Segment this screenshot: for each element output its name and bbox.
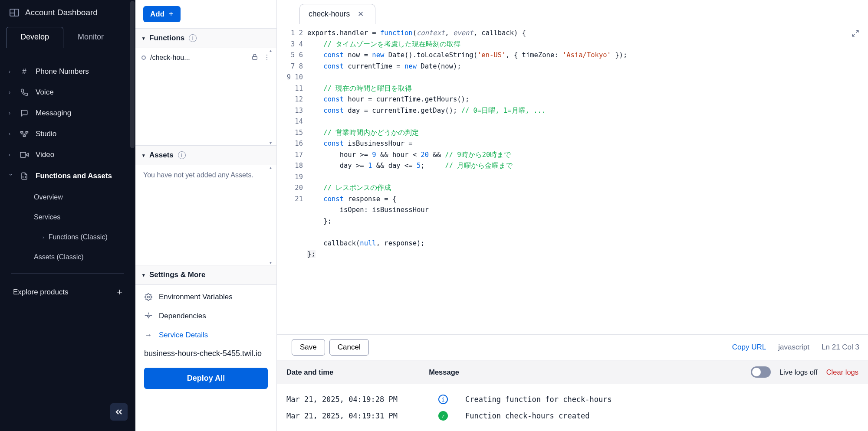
code-editor[interactable]: 1 2 3 4 5 6 7 8 9 10 11 12 13 14 15 16 1… [277,24,868,334]
nav-functions-assets[interactable]: › Functions and Assets [3,165,133,187]
env-variables-link[interactable]: Environment Variables [135,287,276,307]
chevron-right-icon: › [9,131,13,137]
nav-overview[interactable]: Overview [3,187,133,207]
line-gutter: 1 2 3 4 5 6 7 8 9 10 11 12 13 14 15 16 1… [286,25,307,334]
editor-tab-bar: check-hours ✕ [277,0,868,24]
video-icon [19,152,30,158]
sidebar: Account Dashboard Develop Monitor › # Ph… [0,0,135,431]
svg-line-9 [852,34,855,36]
gear-icon [144,312,153,320]
svg-rect-2 [23,135,26,137]
explore-products[interactable]: Explore products + [3,280,133,305]
log-message: Function check-hours created [465,411,590,420]
scrollbar[interactable]: ▴▾ [270,48,275,145]
function-item[interactable]: /check-hou... ⋮ [135,48,276,67]
hash-icon: # [19,67,30,76]
collapse-sidebar-button[interactable] [110,403,128,421]
assets-section-header[interactable]: ▾ Assets i [135,145,276,165]
log-time: Mar 21, 2025, 04:19:31 PM [286,411,421,420]
chevron-right-icon: › [43,235,44,240]
log-time: Mar 21, 2025, 04:19:28 PM [286,395,421,404]
info-icon: i [438,395,448,404]
dashboard-icon [10,9,19,16]
nav-studio[interactable]: › Studio [3,124,133,144]
cancel-button[interactable]: Cancel [329,339,369,356]
log-row: Mar 21, 2025, 04:19:31 PM ✓ Function che… [286,408,858,424]
logs-body: Mar 21, 2025, 04:19:28 PM i Creating fun… [277,384,868,431]
nav-services[interactable]: Services [3,207,133,227]
assets-empty-text: You have not yet added any Assets. [143,171,253,179]
service-details-link[interactable]: → Service Details [135,326,276,345]
log-row: Mar 21, 2025, 04:19:28 PM i Creating fun… [286,391,858,408]
logs-col-message: Message [429,368,459,376]
expand-icon[interactable] [852,29,859,39]
cursor-position: Ln 21 Col 3 [822,343,859,352]
svg-rect-3 [20,152,26,157]
save-button[interactable]: Save [292,339,325,356]
log-message: Creating function for check-hours [465,395,612,404]
plus-icon: + [169,10,174,19]
svg-rect-1 [26,131,28,133]
plus-icon: + [117,287,122,298]
deploy-all-button[interactable]: Deploy All [144,368,268,389]
editor-area: check-hours ✕ 1 2 3 4 5 6 7 8 9 10 11 12… [277,0,868,431]
nav-messaging[interactable]: › Messaging [3,103,133,124]
phone-icon [19,88,30,96]
nav-voice[interactable]: › Voice [3,82,133,103]
scrollbar[interactable] [130,1,135,148]
svg-point-6 [148,296,150,298]
tab-monitor[interactable]: Monitor [63,27,118,48]
copy-url-link[interactable]: Copy URL [732,343,766,352]
clear-logs-link[interactable]: Clear logs [826,368,858,376]
gear-icon [144,293,153,301]
logs-col-datetime: Date and time [286,368,333,376]
nav-assets-classic[interactable]: Assets (Classic) [3,247,133,267]
chevron-right-icon: › [9,89,13,95]
arrow-right-icon: → [144,331,153,340]
chevron-down-icon: ▾ [142,272,145,278]
nav-phone-numbers[interactable]: › # Phone Numbers [3,61,133,82]
tab-develop[interactable]: Develop [6,27,63,48]
nav-list: › # Phone Numbers › Voice › Messaging › … [0,48,135,431]
divider [11,273,124,274]
live-logs-label: Live logs off [779,368,818,376]
close-tab-icon[interactable]: ✕ [358,10,364,19]
chat-icon [19,109,30,117]
info-icon[interactable]: i [178,151,186,159]
live-logs-toggle[interactable] [751,366,771,378]
add-button[interactable]: Add + [143,6,181,22]
svg-line-8 [856,30,858,33]
language-label: javascript [778,343,809,352]
editor-footer: Save Cancel Copy URL javascript Ln 21 Co… [277,334,868,360]
scrollbar[interactable]: ▴▾ [270,165,275,265]
flow-icon [19,131,30,137]
svg-rect-5 [253,56,257,59]
service-domain: business-hours-check-5455.twil.io [135,347,276,364]
assets-list: You have not yet added any Assets. ▴▾ [135,165,276,265]
dependencies-link[interactable]: Dependencies [135,307,276,326]
lock-icon[interactable] [251,53,258,62]
account-dashboard-link[interactable]: Account Dashboard [0,0,135,27]
nav-functions-classic[interactable]: › Functions (Classic) [3,227,133,247]
functions-section-header[interactable]: ▾ Functions i [135,28,276,48]
function-path: /check-hou... [150,54,190,62]
script-icon [19,172,30,180]
nav-video[interactable]: › Video [3,144,133,165]
chevron-down-icon: ▾ [142,153,145,158]
functions-list: /check-hou... ⋮ ▴▾ [135,48,276,145]
settings-section-header[interactable]: ▾ Settings & More [135,265,276,285]
sidebar-title: Account Dashboard [25,8,98,17]
functions-panel: Add + ▾ Functions i /check-hou... ⋮ ▴▾ ▾… [135,0,277,431]
logs-header: Date and time Message Live logs off Clea… [277,360,868,384]
sidebar-tabs: Develop Monitor [0,27,135,48]
editor-tab[interactable]: check-hours ✕ [299,4,375,24]
chevron-right-icon: › [9,152,13,158]
svg-marker-4 [26,153,28,157]
chevron-down-icon: ▾ [142,36,145,41]
chevron-right-icon: › [9,110,13,116]
tab-title: check-hours [309,10,350,19]
chevron-right-icon: › [9,69,13,75]
info-icon[interactable]: i [189,34,197,42]
code-lines: exports.handler = function(context, even… [307,25,868,334]
status-dot-icon [141,56,146,60]
